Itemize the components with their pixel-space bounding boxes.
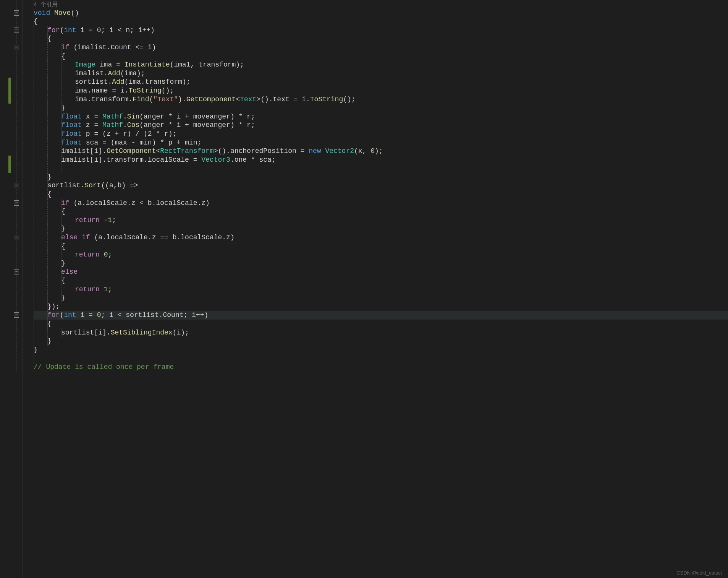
code-line[interactable] bbox=[34, 164, 728, 173]
code-line[interactable]: Image ima = Instantiate(ima1, transform)… bbox=[34, 60, 728, 69]
gutter-line[interactable] bbox=[0, 130, 23, 138]
gutter-line[interactable] bbox=[0, 112, 23, 121]
code-line[interactable]: { bbox=[34, 207, 728, 216]
code-line[interactable]: ima.name = i.ToString(); bbox=[34, 86, 728, 95]
code-line[interactable]: { bbox=[34, 190, 728, 199]
code-line[interactable]: return 1; bbox=[34, 285, 728, 294]
gutter-line[interactable] bbox=[0, 173, 23, 182]
gutter-line[interactable] bbox=[0, 337, 23, 346]
gutter-line[interactable] bbox=[0, 207, 23, 216]
code-line[interactable]: // Update is called once per frame bbox=[34, 363, 728, 372]
fold-collapse-icon[interactable]: − bbox=[14, 45, 19, 50]
gutter-line[interactable]: − bbox=[0, 9, 23, 18]
code-line[interactable]: for(int i = 0; i < sortlist.Count; i++) bbox=[34, 311, 728, 320]
code-line[interactable]: ima.transform.Find("Text").GetComponent<… bbox=[34, 95, 728, 104]
gutter-line[interactable]: − bbox=[0, 181, 23, 190]
gutter-line[interactable] bbox=[0, 60, 23, 69]
gutter-line[interactable] bbox=[0, 147, 23, 156]
token-number: 2 bbox=[148, 130, 152, 138]
editor-gutter[interactable]: −−−−−−−− bbox=[0, 0, 23, 578]
gutter-line[interactable] bbox=[0, 354, 23, 363]
code-line[interactable]: else bbox=[34, 268, 728, 276]
code-line[interactable]: } bbox=[34, 337, 728, 346]
gutter-line[interactable] bbox=[0, 302, 23, 311]
gutter-line[interactable] bbox=[0, 242, 23, 251]
gutter-line[interactable] bbox=[0, 363, 23, 372]
fold-collapse-icon[interactable]: − bbox=[14, 269, 19, 274]
gutter-line[interactable] bbox=[0, 164, 23, 173]
gutter-line[interactable] bbox=[0, 294, 23, 302]
code-line[interactable]: { bbox=[34, 242, 728, 251]
fold-collapse-icon[interactable]: − bbox=[14, 235, 19, 240]
gutter-line[interactable] bbox=[0, 285, 23, 294]
code-line[interactable]: { bbox=[34, 17, 728, 26]
code-line[interactable]: { bbox=[34, 34, 728, 43]
gutter-line[interactable] bbox=[0, 156, 23, 164]
gutter-line[interactable] bbox=[0, 328, 23, 337]
code-line[interactable]: { bbox=[34, 52, 728, 61]
gutter-line[interactable] bbox=[0, 34, 23, 43]
gutter-line[interactable]: − bbox=[0, 199, 23, 208]
token-purple: if bbox=[61, 199, 70, 207]
gutter-line[interactable]: − bbox=[0, 233, 23, 242]
fold-collapse-icon[interactable]: − bbox=[14, 200, 19, 206]
code-area[interactable]: 4 个引用void Move(){for(int i = 0; i < n; i… bbox=[23, 0, 728, 578]
code-line[interactable]: sortlist.Add(ima.transform); bbox=[34, 78, 728, 86]
code-line[interactable]: if (a.localScale.z < b.localScale.z) bbox=[34, 199, 728, 208]
code-line[interactable]: imalist[i].GetComponent<RectTransform>()… bbox=[34, 147, 728, 156]
code-line[interactable]: }); bbox=[34, 302, 728, 311]
gutter-line[interactable] bbox=[0, 52, 23, 61]
code-line[interactable]: return -1; bbox=[34, 216, 728, 225]
code-line[interactable]: imalist[i].transform.localScale = Vector… bbox=[34, 156, 728, 164]
fold-collapse-icon[interactable]: − bbox=[14, 312, 19, 318]
gutter-line[interactable]: − bbox=[0, 26, 23, 35]
code-line[interactable]: float z = Mathf.Cos(anger * i + moveange… bbox=[34, 121, 728, 130]
gutter-line[interactable] bbox=[0, 17, 23, 26]
gutter-line[interactable] bbox=[0, 69, 23, 78]
code-line[interactable]: } bbox=[34, 173, 728, 182]
code-line[interactable]: sortlist[i].SetSiblingIndex(i); bbox=[34, 328, 728, 337]
gutter-line[interactable]: − bbox=[0, 268, 23, 276]
gutter-line[interactable] bbox=[0, 104, 23, 112]
code-line[interactable]: float x = Mathf.Sin(anger * i + moveange… bbox=[34, 112, 728, 121]
code-line[interactable]: else if (a.localScale.z == b.localScale.… bbox=[34, 233, 728, 242]
gutter-line[interactable] bbox=[0, 78, 23, 86]
gutter-line[interactable] bbox=[0, 190, 23, 199]
code-line[interactable]: float p = (z + r) / (2 * r); bbox=[34, 130, 728, 138]
gutter-line[interactable] bbox=[0, 259, 23, 268]
fold-collapse-icon[interactable]: − bbox=[14, 28, 19, 33]
indent-guide bbox=[47, 86, 48, 95]
code-line[interactable]: imalist.Add(ima); bbox=[34, 69, 728, 78]
gutter-line[interactable] bbox=[0, 0, 23, 9]
code-line[interactable]: sortlist.Sort((a,b) => bbox=[34, 181, 728, 190]
code-line[interactable]: } bbox=[34, 224, 728, 233]
code-line[interactable]: return 0; bbox=[34, 250, 728, 259]
gutter-line[interactable] bbox=[0, 276, 23, 285]
code-line[interactable]: { bbox=[34, 320, 728, 328]
gutter-line[interactable] bbox=[0, 250, 23, 259]
code-line[interactable]: } bbox=[34, 104, 728, 112]
code-editor[interactable]: −−−−−−−− 4 个引用void Move(){for(int i = 0;… bbox=[0, 0, 728, 578]
code-line[interactable]: for(int i = 0; i < n; i++) bbox=[34, 26, 728, 35]
gutter-line[interactable] bbox=[0, 95, 23, 104]
code-line[interactable]: { bbox=[34, 276, 728, 285]
code-line[interactable]: float sca = (max - min) * p + min; bbox=[34, 138, 728, 147]
code-line[interactable]: if (imalist.Count <= i) bbox=[34, 43, 728, 52]
gutter-line[interactable]: − bbox=[0, 43, 23, 52]
gutter-line[interactable] bbox=[0, 346, 23, 354]
code-line[interactable]: } bbox=[34, 346, 728, 354]
gutter-line[interactable] bbox=[0, 121, 23, 130]
fold-collapse-icon[interactable]: − bbox=[14, 10, 19, 16]
code-line[interactable]: void Move() bbox=[34, 9, 728, 18]
gutter-line[interactable]: − bbox=[0, 311, 23, 320]
code-line[interactable]: } bbox=[34, 294, 728, 302]
gutter-line[interactable] bbox=[0, 86, 23, 95]
code-line[interactable]: 4 个引用 bbox=[34, 0, 728, 9]
fold-collapse-icon[interactable]: − bbox=[14, 183, 19, 188]
gutter-line[interactable] bbox=[0, 138, 23, 147]
code-line[interactable]: } bbox=[34, 259, 728, 268]
code-line[interactable] bbox=[34, 354, 728, 363]
gutter-line[interactable] bbox=[0, 216, 23, 225]
gutter-line[interactable] bbox=[0, 224, 23, 233]
gutter-line[interactable] bbox=[0, 320, 23, 328]
